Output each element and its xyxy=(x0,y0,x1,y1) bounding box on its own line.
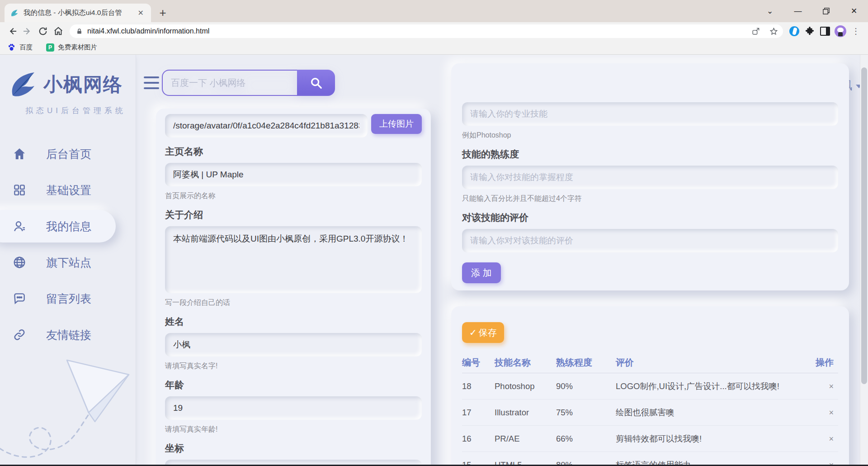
bookmark-free-images[interactable]: P 免费素材图片 xyxy=(46,43,97,52)
col-header: 评价 xyxy=(616,357,812,369)
field-label: 年龄 xyxy=(165,379,422,391)
reload-icon[interactable] xyxy=(35,24,51,39)
sidebar-item-label: 友情链接 xyxy=(46,328,91,342)
window-minimize-button[interactable]: — xyxy=(784,0,812,22)
user-icon xyxy=(12,219,27,234)
form-field: 坐标 请填写真实坐标! xyxy=(165,442,422,466)
skill-name-input[interactable] xyxy=(462,102,838,126)
bookmark-label: 百度 xyxy=(19,43,33,52)
skill-id: 18 xyxy=(462,381,495,391)
sidebar-menu: 后台首页 基础设置 我的信息 旗下站点 xyxy=(0,139,136,349)
tab-title: 我的信息 - 小枫拟态ui4.0后台管 xyxy=(24,8,132,18)
delete-row-button[interactable]: × xyxy=(829,408,834,417)
skill-comment-input[interactable] xyxy=(462,229,838,252)
sidebar-item[interactable]: 基础设置 xyxy=(0,176,136,204)
profile-fields: 主页名称 首页展示的名称 关于介绍 本站前端源代码以及UI图由小枫原创，采用GP… xyxy=(165,145,422,466)
form-field: 主页名称 首页展示的名称 xyxy=(165,145,422,201)
home-icon xyxy=(12,146,27,162)
browser-tab[interactable]: 我的信息 - 小枫拟态ui4.0后台管 ✕ xyxy=(5,4,151,22)
profile-card: 上传图片 主页名称 首页展示的名称 关于介绍 本站前端源代码以及UI图由小枫原创… xyxy=(156,109,431,466)
url-text: nitai4.xfwl.club/admin/information.html xyxy=(87,27,744,35)
field-label: 主页名称 xyxy=(165,145,422,158)
skill-comment: 剪辑特效都可以找我噢! xyxy=(616,433,812,444)
chat-icon xyxy=(12,291,27,306)
skill-comment: LOGO制作,UI设计,广告设计...都可以找我噢! xyxy=(616,380,812,392)
skill-name: Photoshop xyxy=(495,381,556,391)
pixabay-p-icon: P xyxy=(46,43,54,52)
grid-icon xyxy=(12,182,27,198)
field-input[interactable] xyxy=(165,163,422,186)
search-input[interactable] xyxy=(162,70,297,96)
browser-menu-icon[interactable]: ⋮ xyxy=(848,24,863,39)
scrollbar-thumb[interactable] xyxy=(861,67,867,384)
field-input[interactable] xyxy=(165,396,422,420)
table-row: 17 Illustrator 75% 绘图也很腻害噢 × xyxy=(462,399,838,426)
field-hint: 写一段介绍自己的话 xyxy=(165,298,422,308)
sidebar-item-label: 留言列表 xyxy=(46,291,91,306)
search-icon xyxy=(309,76,323,90)
qq-extension-icon[interactable] xyxy=(787,24,802,39)
window-close-button[interactable]: ✕ xyxy=(840,0,868,22)
col-header: 操作 xyxy=(812,357,838,369)
menu-toggle-icon[interactable] xyxy=(144,76,159,89)
col-header: 熟练程度 xyxy=(556,357,616,369)
new-tab-button[interactable]: + xyxy=(155,5,171,21)
col-header: 技能名称 xyxy=(495,357,556,369)
back-icon[interactable] xyxy=(5,24,20,39)
save-button[interactable]: ✓保存 xyxy=(462,322,504,343)
share-icon[interactable] xyxy=(749,24,762,38)
forward-icon[interactable] xyxy=(20,24,35,39)
field-input[interactable] xyxy=(165,333,422,357)
skill-id: 16 xyxy=(462,434,495,444)
page-scrollbar[interactable] xyxy=(860,55,868,466)
sidebar-item[interactable]: 留言列表 xyxy=(0,284,136,313)
add-skill-button[interactable]: 添 加 xyxy=(462,262,501,283)
upload-image-button[interactable]: 上传图片 xyxy=(371,114,422,134)
skill-comment: 绘图也很腻害噢 xyxy=(616,407,812,418)
field-hint: 请填写真实名字! xyxy=(165,361,422,371)
skill-name-hint: 例如Photoshop xyxy=(462,131,838,140)
sidebar: 小枫网络 拟态UI后台管理系统 后台首页 基础设置 我的信息 xyxy=(0,55,136,466)
sidebar-item-label: 后台首页 xyxy=(46,147,91,162)
table-row: 18 Photoshop 90% LOGO制作,UI设计,广告设计...都可以找… xyxy=(462,373,838,399)
bookmark-label: 免费素材图片 xyxy=(58,43,97,52)
sidebar-item-label: 基础设置 xyxy=(46,183,91,198)
search-button[interactable] xyxy=(297,70,335,96)
field-textarea[interactable]: 本站前端源代码以及UI图由小枫原创，采用GPL3.0开源协议！ xyxy=(165,226,422,293)
logo-subtitle: 拟态UI后台管理系统 xyxy=(0,105,136,116)
sidebar-item[interactable]: 我的信息 xyxy=(0,212,136,241)
maple-leaf-logo-icon xyxy=(7,68,40,101)
form-field: 年龄 请填写真实年龄! xyxy=(165,379,422,434)
window-restore-button[interactable] xyxy=(812,0,840,22)
skill-level-input[interactable] xyxy=(462,166,838,189)
skill-name: PR/AE xyxy=(495,434,556,444)
home-nav-icon[interactable] xyxy=(51,24,66,39)
skill-level-hint: 只能输入百分比并且不能超过4个字符 xyxy=(462,194,838,204)
tab-close-icon[interactable]: ✕ xyxy=(136,9,146,17)
tab-search-chevron-icon[interactable]: ⌄ xyxy=(756,0,784,22)
browser-toolbar: nitai4.xfwl.club/admin/information.html … xyxy=(0,22,868,40)
skill-table-card: ✓保存 编号 技能名称 熟练程度 评价 操作 18 Photoshop 90% … xyxy=(451,306,849,466)
field-hint: 请填写真实年龄! xyxy=(165,425,422,434)
skill-name: Illustrator xyxy=(495,408,556,418)
table-row: 16 PR/AE 66% 剪辑特效都可以找我噢! × xyxy=(462,426,838,452)
address-bar[interactable]: nitai4.xfwl.club/admin/information.html xyxy=(70,24,783,38)
sidebar-panel-icon[interactable] xyxy=(817,24,833,39)
logo[interactable]: 小枫网络 xyxy=(0,55,136,101)
field-label: 姓名 xyxy=(165,315,422,328)
extensions-puzzle-icon[interactable] xyxy=(802,24,817,39)
sidebar-item[interactable]: 后台首页 xyxy=(0,139,136,168)
sidebar-item[interactable]: 旗下站点 xyxy=(0,248,136,277)
link-icon xyxy=(12,327,27,342)
sidebar-item[interactable]: 友情链接 xyxy=(0,320,136,349)
avatar-path-input[interactable] xyxy=(165,114,368,138)
bookmark-star-icon[interactable] xyxy=(767,24,780,38)
bookmark-baidu[interactable]: 百度 xyxy=(7,43,33,52)
lock-icon xyxy=(76,28,83,35)
browser-profile-avatar[interactable] xyxy=(833,24,848,39)
delete-row-button[interactable]: × xyxy=(829,382,834,391)
skill-level-label: 技能的熟练度 xyxy=(462,148,838,161)
skill-level: 66% xyxy=(556,434,616,444)
skill-id: 17 xyxy=(462,408,495,418)
delete-row-button[interactable]: × xyxy=(829,434,834,443)
